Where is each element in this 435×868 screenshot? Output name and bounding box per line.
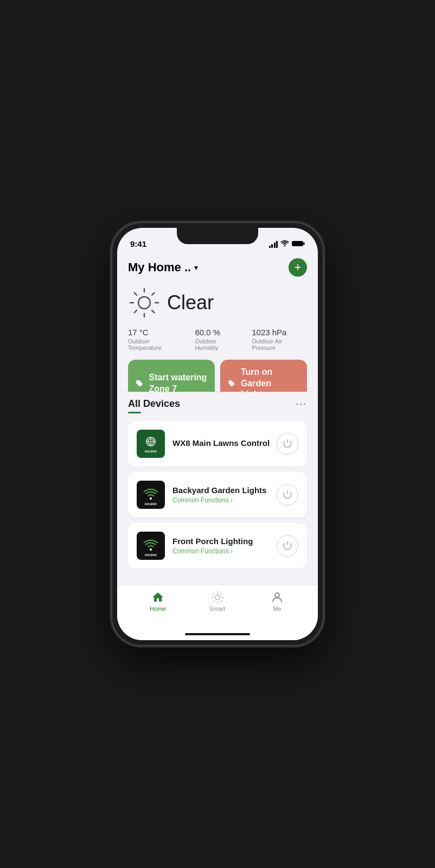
svg-point-33 [275, 593, 279, 597]
chevron-right-icon-2: › [231, 547, 233, 555]
power-icon-3 [283, 541, 292, 551]
humidity-value: 60.0 % [195, 328, 241, 337]
start-watering-button[interactable]: Start watering Zone 7 [128, 360, 215, 392]
nav-me-label: Me [273, 605, 281, 612]
power-button-porch[interactable] [277, 535, 298, 557]
svg-point-22 [150, 548, 152, 551]
pressure-value: 1023 hPa [252, 328, 307, 337]
svg-text:HOLMAN: HOLMAN [145, 553, 157, 557]
device-card-wx8: HOLMAN WX8 Main Lawns Control [128, 421, 307, 467]
status-time: 9:41 [130, 239, 146, 248]
wx8-device-image: HOLMAN [139, 432, 163, 456]
svg-point-0 [284, 245, 285, 246]
nav-home[interactable]: Home [142, 591, 174, 612]
svg-line-32 [214, 601, 215, 602]
turn-on-lights-button[interactable]: Turn on Garden Lights [220, 360, 307, 392]
add-button[interactable]: + [289, 258, 307, 277]
signal-bars-icon [269, 241, 278, 248]
device-name-wx8: WX8 Main Lawns Control [172, 438, 277, 448]
home-nav-icon [151, 591, 164, 604]
humidity-label: Outdoor Humidity [195, 338, 241, 351]
device-card-garden-lights: HOLMAN Backyard Garden Lights Common Fun… [128, 472, 307, 518]
svg-line-9 [152, 310, 154, 312]
app-content: My Home .. ▾ + [117, 252, 318, 585]
device-info-garden-lights: Backyard Garden Lights Common Functions … [172, 486, 277, 504]
weather-section: Clear 17 °C Outdoor Temperature 60.0 % O… [117, 281, 318, 360]
device-thumbnail-garden-lights: HOLMAN [137, 481, 165, 509]
wifi-status-icon [280, 240, 289, 248]
app-header: My Home .. ▾ + [117, 252, 318, 281]
svg-point-24 [215, 595, 220, 600]
devices-title: All Devices [128, 398, 180, 410]
device-info-wx8: WX8 Main Lawns Control [172, 438, 277, 449]
power-icon [283, 439, 292, 449]
devices-section: All Devices ··· HOLMAN [117, 398, 318, 574]
plus-icon: + [295, 261, 302, 273]
device-card-porch: HOLMAN Front Porch Lighting Common Funct… [128, 523, 307, 569]
temperature-stat: 17 °C Outdoor Temperature [128, 328, 184, 351]
svg-rect-1 [292, 241, 303, 246]
svg-line-11 [135, 310, 137, 312]
weather-condition: Clear [167, 291, 214, 314]
start-watering-label: Start watering Zone 7 [149, 372, 207, 391]
battery-icon [292, 240, 305, 248]
phone-shell: 9:41 [112, 222, 323, 646]
svg-text:HOLMAN: HOLMAN [145, 502, 157, 506]
notch [177, 228, 258, 244]
tag-icon-2 [228, 378, 235, 390]
weather-main: Clear [128, 286, 307, 319]
power-icon-2 [283, 490, 292, 500]
svg-line-29 [214, 593, 215, 595]
pressure-stat: 1023 hPa Outdoor Air Pressure [252, 328, 307, 351]
device-name-garden-lights: Backyard Garden Lights [172, 486, 277, 495]
weather-stats: 17 °C Outdoor Temperature 60.0 % Outdoor… [128, 326, 307, 351]
home-title-button[interactable]: My Home .. ▾ [128, 260, 198, 275]
chevron-right-icon: › [231, 496, 233, 504]
pressure-label: Outdoor Air Pressure [252, 338, 307, 351]
phone-screen: 9:41 [117, 228, 318, 640]
status-icons [269, 240, 305, 248]
svg-line-31 [221, 593, 222, 595]
chevron-down-icon: ▾ [194, 263, 198, 272]
svg-point-19 [150, 497, 152, 500]
me-nav-icon [271, 591, 284, 604]
power-button-wx8[interactable] [277, 433, 298, 455]
nav-smart[interactable]: Smart [201, 591, 234, 612]
sun-icon [128, 286, 161, 319]
home-indicator [117, 628, 318, 640]
action-buttons-container: Start watering Zone 7 Turn on Garden Lig… [117, 360, 318, 392]
svg-line-10 [152, 293, 154, 295]
nav-home-label: Home [150, 605, 165, 612]
device-thumbnail-porch: HOLMAN [137, 532, 165, 560]
temperature-value: 17 °C [128, 328, 184, 337]
nav-smart-label: Smart [209, 605, 225, 612]
device-thumbnail-wx8: HOLMAN [137, 430, 165, 458]
home-indicator-bar [185, 633, 250, 635]
device-sub-garden-lights[interactable]: Common Functions › [172, 496, 277, 504]
devices-underline [128, 412, 141, 413]
svg-line-8 [135, 293, 137, 295]
power-button-garden-lights[interactable] [277, 484, 298, 506]
device-name-porch: Front Porch Lighting [172, 537, 277, 546]
garden-lights-device-image: HOLMAN [139, 483, 163, 507]
tag-icon [136, 378, 144, 390]
smart-nav-icon [211, 591, 224, 604]
more-options-button[interactable]: ··· [296, 398, 307, 410]
device-sub-porch[interactable]: Common Functions › [172, 547, 277, 555]
svg-point-3 [138, 297, 150, 309]
bottom-nav: Home Smart [117, 585, 318, 628]
svg-rect-2 [303, 242, 304, 245]
devices-header: All Devices ··· [128, 398, 307, 410]
home-title-text: My Home .. [128, 260, 191, 275]
device-info-porch: Front Porch Lighting Common Functions › [172, 537, 277, 555]
nav-me[interactable]: Me [261, 591, 293, 612]
turn-on-lights-label: Turn on Garden Lights [241, 367, 299, 392]
humidity-stat: 60.0 % Outdoor Humidity [195, 328, 241, 351]
porch-device-image: HOLMAN [139, 534, 163, 558]
svg-line-30 [221, 601, 222, 602]
svg-text:HOLMAN: HOLMAN [145, 450, 157, 453]
temperature-label: Outdoor Temperature [128, 338, 184, 351]
